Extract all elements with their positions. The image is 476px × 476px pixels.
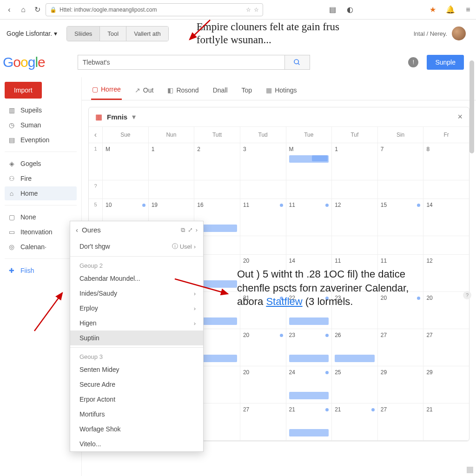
side-badge[interactable]: ? <box>463 291 471 299</box>
ctx-item-erpor[interactable]: Erpor Actont <box>70 392 203 407</box>
event-chip[interactable] <box>289 392 329 399</box>
calendar-cell[interactable] <box>240 180 286 198</box>
calendar-cell[interactable]: M <box>103 143 149 180</box>
ctx-dont-show[interactable]: Dor't shgw ⓘUsel › <box>70 238 203 254</box>
favorite-icon[interactable]: ★ <box>429 6 437 14</box>
calendar-cell[interactable]: 11 <box>240 199 286 236</box>
avatar[interactable] <box>452 26 466 40</box>
event-chip[interactable] <box>335 355 375 362</box>
calendar-cell[interactable]: 21 <box>332 403 378 440</box>
calendar-cell[interactable]: 20 <box>240 329 286 366</box>
ctx-item-senten[interactable]: Senten Midey <box>70 362 203 377</box>
annotation-link[interactable]: Statflew <box>266 296 302 307</box>
calendar-cell[interactable] <box>286 180 332 198</box>
calendar-cell[interactable] <box>332 236 378 254</box>
chevron-down-icon[interactable]: ▾ <box>132 112 136 121</box>
reload-button[interactable]: ↻ <box>32 4 43 15</box>
ctx-item-cabendar[interactable]: Cabendar Moundel... <box>70 271 203 286</box>
calendar-cell[interactable]: 2 <box>194 143 240 180</box>
url-bar[interactable]: 🔒 Httel: inthow:/oogle.maneanglipost.com… <box>46 3 263 16</box>
calendar-cell[interactable]: M <box>286 143 332 180</box>
calendar-cell[interactable]: 25 <box>332 366 378 403</box>
import-button[interactable]: Import <box>5 82 42 99</box>
calendar-cell[interactable] <box>378 236 424 254</box>
ctx-item-vitelo[interactable]: Vitelo... <box>70 436 203 451</box>
tab-dnall[interactable]: Dnall <box>212 83 229 99</box>
calendar-cell[interactable]: 7 <box>378 143 424 180</box>
home-button[interactable]: ⌂ <box>18 4 29 15</box>
calendar-cell[interactable] <box>194 180 240 198</box>
calendar-cell[interactable]: 8 <box>423 143 469 180</box>
calendar-cell[interactable]: 29 <box>378 366 424 403</box>
sidebar-item-itenovation[interactable]: ▭Iteonvation <box>5 225 77 239</box>
calendar-cell[interactable]: 26 <box>332 329 378 366</box>
sidebar-item-evenption[interactable]: ▤Evenption <box>5 133 77 147</box>
tab-top[interactable]: Top <box>241 83 253 99</box>
calendar-cell[interactable] <box>423 180 469 198</box>
ctx-item-erploy[interactable]: Erploy› <box>70 301 203 316</box>
ctx-item-secure[interactable]: Secure Adre <box>70 377 203 392</box>
ctx-item-suptin[interactable]: Suptiin <box>70 331 203 345</box>
sidebar-item-supeils[interactable]: ▥Supeils <box>5 103 77 117</box>
tab-horree[interactable]: ▢Horree <box>91 82 122 100</box>
ctx-item-mortifurs[interactable]: Mortifurs <box>70 407 203 422</box>
calendar-cell[interactable]: 11 <box>286 199 332 236</box>
calendar-cell[interactable]: 3 <box>240 143 286 180</box>
tab-slides[interactable]: Sliides <box>67 26 100 41</box>
app-switcher[interactable]: Gogle Lisfontar.▾ <box>3 28 61 39</box>
resize-handle[interactable] <box>467 467 473 473</box>
google-logo[interactable]: Google <box>3 54 45 70</box>
extension-icon[interactable]: ▤ <box>328 6 337 14</box>
bookmark2-icon[interactable]: ☆ <box>254 7 259 13</box>
event-chip[interactable] <box>289 355 329 362</box>
calendar-cell[interactable]: 24 <box>286 366 332 403</box>
calendar-cell[interactable]: 21 <box>286 403 332 440</box>
calendar-cell[interactable]: 14 <box>423 199 469 236</box>
calendar-cell[interactable]: 27 <box>378 329 424 366</box>
tab-rosond[interactable]: ◧Rosond <box>166 83 199 99</box>
prev-button[interactable]: ‹ <box>89 127 103 143</box>
back-button[interactable]: ‹ <box>4 4 15 15</box>
event-chip[interactable] <box>289 429 329 436</box>
sidebar-item-calenan[interactable]: ◎Calenan· <box>5 240 77 254</box>
user-area[interactable]: lntal / Nerey. <box>414 26 473 40</box>
back-icon[interactable]: ‹ <box>76 226 78 234</box>
grid-icon[interactable]: ⧉ <box>181 226 185 234</box>
calendar-cell[interactable]: 29 <box>423 366 469 403</box>
notifications-icon[interactable]: 🔔 <box>446 6 455 14</box>
calendar-cell[interactable]: 1 <box>332 143 378 180</box>
calendar-cell[interactable]: 21 <box>423 403 469 440</box>
calendar-cell[interactable]: 27 <box>378 403 424 440</box>
calendar-cell[interactable]: 27 <box>423 329 469 366</box>
close-button[interactable]: × <box>457 112 463 122</box>
forward-icon[interactable]: › <box>196 226 198 233</box>
calendar-cell[interactable]: 27 <box>240 403 286 440</box>
calendar-cell[interactable]: 15 <box>378 199 424 236</box>
sidebar-item-suman[interactable]: ◷Suman <box>5 118 77 132</box>
sidebar-item-gogels[interactable]: ◈Gogels <box>5 157 77 171</box>
calendar-cell[interactable] <box>149 180 195 198</box>
bookmark-icon[interactable]: ☆ <box>246 7 251 13</box>
ctx-item-inides[interactable]: Inides/Saudy› <box>70 286 203 301</box>
event-chip[interactable] <box>289 317 329 325</box>
ctx-item-higen[interactable]: Higen› <box>70 316 203 331</box>
calendar-cell[interactable]: 23 <box>286 329 332 366</box>
calendar-cell[interactable]: 12 <box>332 199 378 236</box>
calendar-cell[interactable]: 20 <box>240 366 286 403</box>
calendar-cell[interactable] <box>286 236 332 254</box>
calendar-cell[interactable] <box>378 180 424 198</box>
ctx-item-worfage[interactable]: Worfage Shok <box>70 422 203 436</box>
sidebar-item-none[interactable]: ▢None <box>5 210 77 224</box>
search-button[interactable] <box>284 55 310 69</box>
calendar-cell[interactable]: 1 <box>149 143 195 180</box>
calendar-cell[interactable] <box>103 180 149 198</box>
tab-vallert[interactable]: Vallert ath <box>126 26 168 41</box>
tab-tool[interactable]: Tool <box>100 26 126 41</box>
tab-hotings[interactable]: ▦Hotings <box>265 83 298 99</box>
sidebar-item-fiish[interactable]: ✚Fiish <box>5 264 77 278</box>
sidebar-item-home[interactable]: ⌂Home <box>5 186 77 200</box>
menu-icon[interactable]: ≡ <box>464 6 472 14</box>
expand-icon[interactable]: ⤢ <box>188 226 193 233</box>
extension2-icon[interactable]: ◐ <box>346 6 354 14</box>
sidebar-item-fire[interactable]: ⚇Fire <box>5 172 77 185</box>
